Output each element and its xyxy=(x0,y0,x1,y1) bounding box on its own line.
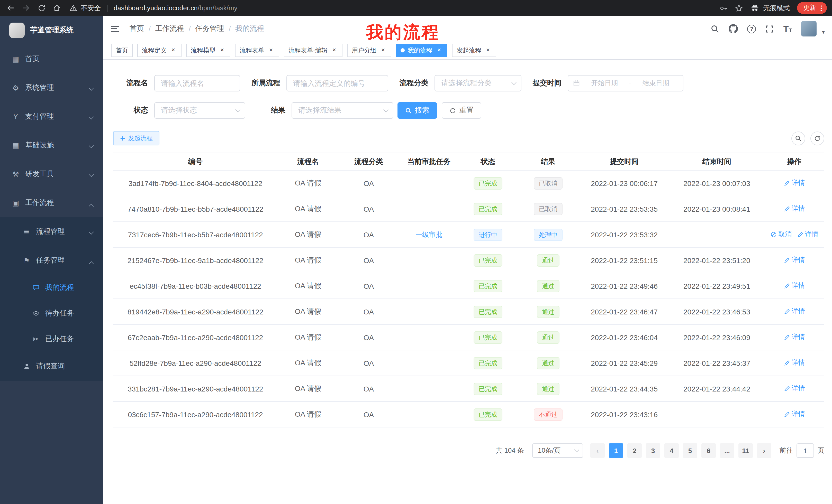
cell-end-time: 2022-01-22 23:44:42 xyxy=(670,376,764,401)
forward-button[interactable] xyxy=(20,2,32,15)
github-icon[interactable] xyxy=(729,24,738,33)
breadcrumb-item[interactable]: 工作流程 xyxy=(155,24,184,33)
search-icon[interactable] xyxy=(711,24,720,33)
url-path: /bpm/task/my xyxy=(198,4,238,12)
sidebar-item-payment[interactable]: ¥支付管理 xyxy=(0,102,103,131)
page-button[interactable]: 2 xyxy=(627,443,642,458)
tab[interactable]: 发起流程× xyxy=(452,44,496,57)
submit-time-range-picker[interactable]: 开始日期 - 结束日期 xyxy=(568,75,683,91)
close-icon[interactable]: × xyxy=(436,47,443,54)
page-button[interactable]: 4 xyxy=(665,443,679,458)
sidebar-item-home[interactable]: ▦首页 xyxy=(0,45,103,74)
sidebar-item-label: 研发工具 xyxy=(25,170,54,179)
table-body: 3ad174fb-7b9d-11ec-8404-acde48001122OA 请… xyxy=(113,170,824,427)
close-icon[interactable]: × xyxy=(485,47,492,54)
task-link[interactable]: 一级审批 xyxy=(415,230,442,239)
address-bar[interactable]: 不安全 dashboard.yudao.iocoder.cn/bpm/task/… xyxy=(70,3,719,12)
start-process-button[interactable]: 发起流程 xyxy=(113,131,159,145)
result-select[interactable]: 请选择流结果 xyxy=(291,102,393,119)
detail-link[interactable]: 详情 xyxy=(783,256,805,265)
sidebar-item-devtools[interactable]: ⚒研发工具 xyxy=(0,160,103,189)
incognito-badge: 无痕模式 xyxy=(750,3,790,12)
back-button[interactable] xyxy=(4,2,17,15)
detail-link[interactable]: 详情 xyxy=(783,333,805,342)
menu-icon[interactable] xyxy=(817,4,825,11)
hamburger-icon[interactable] xyxy=(103,24,128,33)
tab[interactable]: 流程模型× xyxy=(186,44,230,57)
app-logo[interactable]: 芋道管理系统 xyxy=(0,16,103,45)
process-name-input[interactable] xyxy=(154,75,240,91)
tab-label: 流程模型 xyxy=(191,46,215,55)
tab[interactable]: 流程表单-编辑× xyxy=(284,44,342,57)
tools-icon: ⚒ xyxy=(11,170,21,178)
prev-page-button[interactable]: ‹ xyxy=(590,443,605,458)
search-button[interactable]: 搜索 xyxy=(397,102,437,119)
tab[interactable]: 流程表单× xyxy=(235,44,279,57)
tab[interactable]: 用户分组× xyxy=(347,44,391,57)
update-button[interactable]: 更新 xyxy=(797,2,827,14)
page-button[interactable]: 11 xyxy=(738,443,753,458)
cell-name: OA 请假 xyxy=(278,273,338,299)
home-button[interactable] xyxy=(50,2,63,15)
close-icon[interactable]: × xyxy=(380,47,387,54)
breadcrumb-separator: / xyxy=(229,25,231,33)
sidebar-item-todo-tasks[interactable]: 待办任务 xyxy=(0,301,103,326)
refresh-table-button[interactable] xyxy=(810,131,824,145)
help-icon[interactable] xyxy=(747,24,756,33)
pager-ellipsis[interactable]: ... xyxy=(720,443,734,458)
sidebar-item-task-mgmt[interactable]: ⚑任务管理 xyxy=(0,246,103,275)
gear-icon: ⚙ xyxy=(11,84,21,92)
category-select[interactable]: 请选择流程分类 xyxy=(435,75,521,91)
cell-category: OA xyxy=(338,170,399,196)
detail-link[interactable]: 详情 xyxy=(797,230,818,239)
cell-name: OA 请假 xyxy=(278,401,338,427)
sidebar-item-workflow[interactable]: ▣工作流程 xyxy=(0,189,103,217)
process-def-input[interactable] xyxy=(286,75,388,91)
detail-link[interactable]: 详情 xyxy=(783,384,805,393)
security-label[interactable]: 不安全 xyxy=(81,3,101,12)
url-text[interactable]: dashboard.yudao.iocoder.cn/bpm/task/my xyxy=(114,4,237,12)
breadcrumb-item[interactable]: 首页 xyxy=(130,24,144,33)
page-button[interactable]: 5 xyxy=(683,443,697,458)
cell-submit-time: 2022-01-22 23:51:15 xyxy=(579,247,670,273)
chevron-down-icon[interactable]: ▾ xyxy=(822,29,825,36)
sidebar-item-my-process[interactable]: 我的流程 xyxy=(0,275,103,301)
status-select[interactable]: 请选择状态 xyxy=(154,102,245,119)
annotation-title: 我的流程 xyxy=(366,21,440,44)
detail-link[interactable]: 详情 xyxy=(783,204,805,214)
fullscreen-icon[interactable] xyxy=(765,24,774,33)
next-page-button[interactable]: › xyxy=(757,443,771,458)
sidebar-item-done-tasks[interactable]: ✂已办任务 xyxy=(0,326,103,352)
tab[interactable]: 流程定义× xyxy=(137,44,182,57)
goto-page-input[interactable] xyxy=(797,443,814,458)
sidebar-item-infrastructure[interactable]: ▤基础设施 xyxy=(0,131,103,160)
sidebar-item-process-mgmt[interactable]: ≣流程管理 xyxy=(0,217,103,246)
show-search-button[interactable] xyxy=(791,131,805,145)
breadcrumb-item[interactable]: 任务管理 xyxy=(196,24,224,33)
detail-link[interactable]: 详情 xyxy=(783,178,805,188)
cancel-link[interactable]: 取消 xyxy=(770,230,791,239)
close-icon[interactable]: × xyxy=(267,47,275,54)
detail-link[interactable]: 详情 xyxy=(783,358,805,368)
close-icon[interactable]: × xyxy=(170,47,177,54)
bookmark-star-icon[interactable] xyxy=(735,4,743,12)
avatar[interactable] xyxy=(801,21,817,36)
detail-link[interactable]: 详情 xyxy=(783,281,805,290)
detail-link[interactable]: 详情 xyxy=(783,307,805,316)
close-icon[interactable]: × xyxy=(331,47,338,54)
sidebar-item-system[interactable]: ⚙系统管理 xyxy=(0,74,103,102)
page-button[interactable]: 6 xyxy=(701,443,716,458)
font-size-icon[interactable] xyxy=(783,24,792,33)
detail-link[interactable]: 详情 xyxy=(783,410,805,419)
page-button[interactable]: 1 xyxy=(609,443,623,458)
reload-button[interactable] xyxy=(35,2,48,15)
result-badge: 通过 xyxy=(537,280,560,292)
tab[interactable]: 我的流程× xyxy=(396,44,447,57)
tab[interactable]: 首页 xyxy=(111,44,133,57)
reset-button[interactable]: 重置 xyxy=(442,102,481,119)
close-icon[interactable]: × xyxy=(218,47,226,54)
key-icon[interactable] xyxy=(719,4,728,12)
sidebar-item-leave-query[interactable]: 请假查询 xyxy=(0,352,103,381)
page-button[interactable]: 3 xyxy=(646,443,660,458)
page-size-select[interactable]: 10条/页 xyxy=(532,443,583,458)
